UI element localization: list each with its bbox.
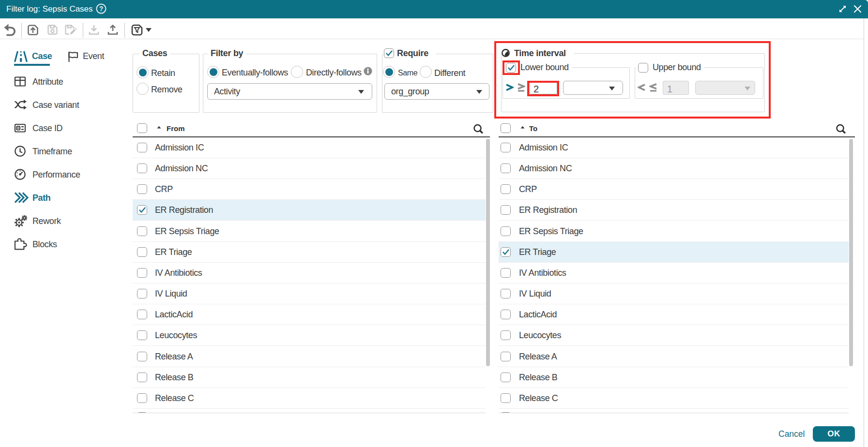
svg-text:?: ? <box>99 5 104 13</box>
